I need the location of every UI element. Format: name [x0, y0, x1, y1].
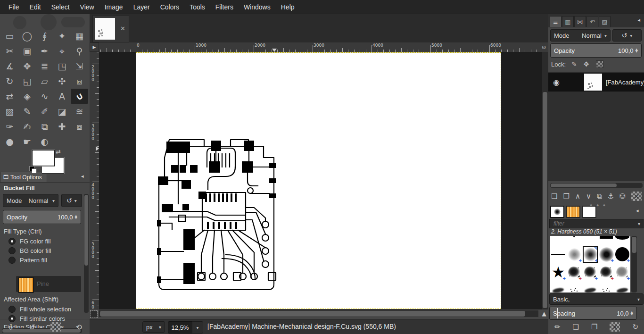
tool-ellipse-select[interactable]: ◯ [18, 28, 36, 43]
brush-item[interactable] [550, 245, 566, 263]
pattern-row[interactable]: Pine [16, 276, 81, 292]
foreground-color-swatch[interactable] [32, 150, 55, 166]
dock-menu-icon[interactable]: ◂ [637, 17, 640, 23]
patterns-tab[interactable]: ▨ [599, 16, 611, 27]
tool-zoom[interactable]: ⚲ [71, 43, 88, 58]
brush-item[interactable] [566, 281, 582, 292]
duplicate-brush-button[interactable]: ❐ [591, 323, 597, 331]
brush-item[interactable]: ★+ [550, 263, 566, 281]
mode-reset-button[interactable]: ↺ ▾ [61, 194, 82, 207]
brush-category-dropdown[interactable]: Basic, ▾ [549, 293, 644, 305]
tool-gradient[interactable]: ▨ [1, 104, 18, 119]
duplicate-layer-button[interactable]: ⧉ [597, 192, 602, 200]
tool-options-tab[interactable]: 🗔 Tool Options [0, 172, 47, 182]
tool-ink[interactable]: ✑ [1, 119, 18, 134]
brushes-menu-icon[interactable]: ◂ [636, 208, 639, 214]
brush-item[interactable]: + [582, 245, 598, 263]
spacing-slider-handle[interactable] [557, 308, 558, 318]
horizontal-ruler[interactable]: 0100020003000400050006000 [99, 42, 540, 52]
unit-dropdown[interactable]: px ▾ [142, 321, 165, 333]
tool-rectangle-select[interactable]: ▭ [1, 28, 18, 43]
tool-paintbrush[interactable]: ✐ [36, 104, 53, 119]
tool-blur-sharpen[interactable]: ● [1, 134, 18, 149]
tool-shear[interactable]: ▱ [36, 74, 53, 89]
tab-patterns[interactable] [566, 206, 580, 218]
brush-item[interactable] [598, 236, 614, 245]
brush-filter-field[interactable]: ▾ [549, 219, 644, 228]
pattern-swatch[interactable] [18, 277, 34, 293]
menu-item-image[interactable]: Image [100, 1, 128, 13]
default-colors-icon[interactable] [29, 166, 37, 174]
tool-3d-transform[interactable]: ⧈ [71, 74, 88, 89]
new-layer-button[interactable]: ❏ [551, 192, 557, 200]
canvas-vertical-scrollbar[interactable] [542, 52, 548, 309]
tool-clone[interactable]: ⧉ [36, 119, 53, 134]
brush-item[interactable]: + [598, 263, 614, 281]
menu-item-edit[interactable]: Edit [25, 1, 46, 13]
merge-layer-button[interactable]: ⛁ [619, 192, 626, 200]
fill-type-bg-color-fill[interactable]: BG color fill [8, 246, 84, 255]
edit-brush-button[interactable]: ✏ [554, 323, 561, 331]
lock-pixels-icon[interactable]: ✎ [571, 60, 577, 68]
tool-perspective-clone[interactable]: ⧇ [71, 119, 88, 134]
menu-item-help[interactable]: Help [276, 1, 299, 13]
tool-intelligent-scissors[interactable]: ✂ [1, 43, 18, 58]
channels-tab[interactable]: ▥ [562, 16, 574, 27]
tool-handle-transform[interactable]: ✣ [53, 74, 71, 89]
menu-item-windows[interactable]: Windows [239, 1, 275, 13]
navigation-button[interactable]: ▲ [540, 310, 548, 317]
brush-item[interactable]: + [566, 263, 582, 281]
layers-hscrollbar[interactable] [550, 183, 643, 188]
anchor-layer-button[interactable]: ⚓ [608, 192, 614, 200]
brush-item[interactable]: + [582, 263, 598, 281]
zoom-follow-window-toggle[interactable]: ⊙ [540, 42, 548, 52]
undo-history-tab[interactable]: ↶ [586, 16, 598, 27]
tool-measure[interactable]: ∡ [1, 58, 18, 74]
tool-select-by-color[interactable]: ▦ [71, 28, 88, 43]
tool-color-picker[interactable]: ⌖ [53, 43, 71, 58]
brush-item[interactable] [566, 236, 582, 245]
tab-brushes[interactable] [550, 206, 564, 218]
canvas-horizontal-scrollbar[interactable] [99, 310, 538, 317]
lock-alpha-icon[interactable] [596, 60, 603, 68]
tool-scale[interactable]: ◱ [18, 74, 36, 89]
layer-mode-reset-button[interactable]: ↺ ▾ [612, 29, 642, 42]
quick-mask-toggle[interactable] [90, 310, 98, 318]
menu-item-filters[interactable]: Filters [211, 1, 238, 13]
restore-tool-preset-button[interactable]: ↺ [29, 323, 35, 332]
tool-move[interactable]: ✥ [18, 58, 36, 74]
tool-text[interactable]: A [53, 89, 71, 104]
canvas-viewport[interactable] [99, 52, 542, 309]
canvas-page[interactable] [136, 52, 501, 309]
fill-type-pattern-fill[interactable]: Pattern fill [8, 255, 84, 265]
visibility-eye-icon[interactable]: ◉ [553, 78, 560, 87]
tool-eraser[interactable]: ◪ [53, 104, 71, 119]
delete-layer-button[interactable]: ✕ [631, 192, 642, 201]
tool-unified-transform[interactable]: ⇲ [71, 58, 88, 74]
paint-mode-dropdown[interactable]: Mode Normal ▾ [3, 194, 58, 207]
zoom-level-field[interactable]: 12,5% [168, 321, 192, 334]
tab-gradients[interactable] [582, 206, 596, 218]
layers-tab[interactable]: ≡ [550, 16, 561, 27]
tool-align[interactable]: ≣ [36, 58, 53, 74]
tool-rotate[interactable]: ↻ [1, 74, 18, 89]
brush-grid-scrollbar[interactable] [631, 236, 637, 292]
paths-tab[interactable]: ⋈ [574, 16, 586, 27]
swap-colors-icon[interactable]: ⇄ [56, 148, 61, 155]
vertical-ruler[interactable]: 20003000400050006000 [90, 52, 99, 309]
brush-item[interactable] [582, 236, 598, 245]
opacity-slider[interactable]: Opacity 100,0 ▲▼ [3, 210, 81, 224]
raise-layer-button[interactable]: ∧ [575, 192, 580, 200]
brush-filter-input[interactable] [553, 220, 630, 227]
layer-row[interactable]: ◉ [FabAcademy] M [548, 73, 644, 92]
image-tab[interactable]: ✕ [92, 15, 129, 42]
menu-item-layer[interactable]: Layer [129, 1, 155, 13]
tool-flip[interactable]: ⇄ [1, 89, 18, 104]
tool-pencil[interactable]: ✎ [18, 104, 36, 119]
canvas-menu-button[interactable]: ▶ [90, 42, 99, 52]
fill-type-fg-color-fill[interactable]: FG color fill [8, 236, 84, 246]
tool-smudge[interactable]: ☛ [18, 134, 36, 149]
tool-bucket-fill[interactable]: ∪ [71, 89, 88, 104]
brush-item[interactable]: + [566, 245, 582, 263]
brush-item[interactable]: + [598, 245, 614, 263]
